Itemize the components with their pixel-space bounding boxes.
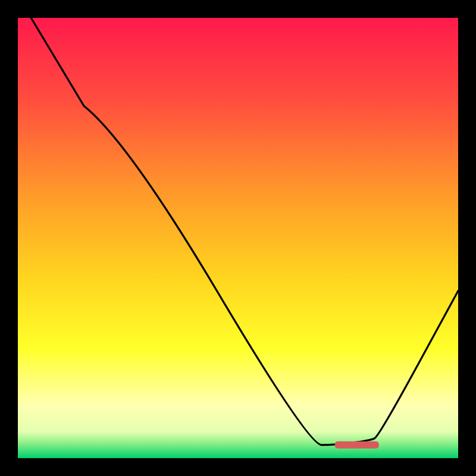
frame-bottom — [0, 458, 476, 476]
plot-background — [18, 18, 458, 458]
frame-left — [0, 0, 18, 476]
chart-svg — [0, 0, 476, 476]
chart-stage: TheBottleneck.com — [0, 0, 476, 476]
frame-top — [0, 0, 476, 18]
frame-right — [458, 0, 476, 476]
optimal-marker — [335, 441, 379, 449]
